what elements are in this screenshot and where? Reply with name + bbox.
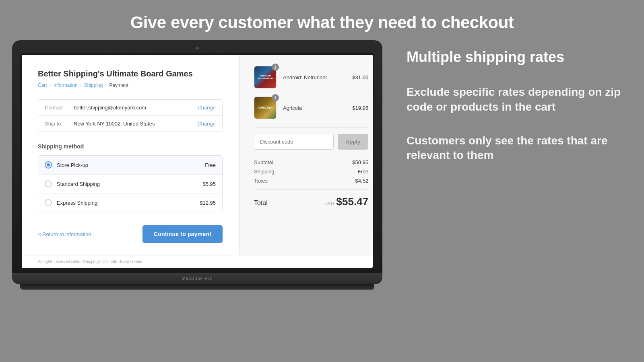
- product-price-0: $31.00: [352, 74, 368, 80]
- taxes-row: Taxes $4.52: [254, 178, 368, 184]
- customer-info-table: Contact better.shipping@atomyard.com Cha…: [38, 99, 223, 132]
- shipping-price-0: Free: [205, 162, 216, 168]
- radio-express-shipping: [45, 199, 52, 206]
- ship-to-value: New York NY 10002, United States: [74, 121, 197, 127]
- order-summary-panel: ANDROIDNETRUNNER 1 Android: Netrunner $3…: [239, 55, 373, 255]
- contact-row: Contact better.shipping@atomyard.com Cha…: [38, 100, 222, 115]
- feature-heading-3: Customers only see the rates that are re…: [407, 134, 632, 163]
- return-to-information-link[interactable]: < Return to information: [38, 231, 91, 237]
- total-label: Total: [254, 200, 268, 207]
- contact-value: better.shipping@atomyard.com: [74, 105, 197, 111]
- subtotal-label: Subtotal: [254, 159, 273, 165]
- product-item-1: AGRICOLA 1 Agricola $19.95: [254, 97, 368, 119]
- breadcrumb: Cart › Information › Shipping › Payment: [38, 82, 223, 88]
- product-thumb-wrap-0: ANDROIDNETRUNNER 1: [254, 66, 277, 88]
- laptop-model-label: MacBook Pro: [182, 276, 213, 281]
- checkout-footer: < Return to information Continue to paym…: [38, 225, 223, 243]
- feature-heading-1: Multiple shipping rates: [407, 48, 632, 66]
- ship-to-label: Ship to: [45, 121, 74, 127]
- totals-section: Subtotal $50.95 Shipping Free Taxes $4.5…: [254, 159, 368, 208]
- divider-1: [254, 127, 368, 128]
- shipping-name-2: Express Shipping: [57, 200, 200, 206]
- laptop-base: MacBook Pro: [12, 273, 382, 284]
- product-thumb-wrap-1: AGRICOLA 1: [254, 97, 277, 119]
- breadcrumb-payment: Payment: [109, 82, 128, 88]
- taxes-value: $4.52: [355, 178, 369, 184]
- discount-row: Apply: [254, 134, 368, 150]
- checkout-left-panel: Better Shipping's Ultimate Board Games C…: [22, 55, 239, 255]
- product-item-0: ANDROIDNETRUNNER 1 Android: Netrunner $3…: [254, 66, 368, 88]
- shipping-row: Shipping Free: [254, 169, 368, 175]
- subtotal-row: Subtotal $50.95: [254, 159, 368, 165]
- shipping-method-title: Shipping method: [38, 143, 223, 150]
- radio-store-pickup: [45, 161, 52, 169]
- ship-to-change-button[interactable]: Change: [197, 121, 216, 127]
- laptop-mockup: Better Shipping's Ultimate Board Games C…: [12, 40, 382, 290]
- feature-heading-2: Exclude specific rates depending on zip …: [407, 85, 632, 114]
- shipping-name-1: Standard Shipping: [57, 181, 202, 187]
- total-currency: USD: [324, 201, 334, 206]
- continue-to-payment-button[interactable]: Continue to payment: [142, 225, 223, 243]
- shipping-option-0[interactable]: Store Pick-up Free: [38, 156, 222, 174]
- contact-change-button[interactable]: Change: [197, 105, 216, 111]
- shipping-name-0: Store Pick-up: [57, 162, 205, 168]
- radio-inner-store-pickup: [47, 163, 50, 167]
- product-badge-0: 1: [272, 64, 279, 71]
- store-name: Better Shipping's Ultimate Board Games: [38, 69, 223, 78]
- shipping-option-2[interactable]: Express Shipping $12.95: [38, 193, 222, 212]
- subtotal-value: $50.95: [352, 159, 368, 165]
- breadcrumb-sep-2: ›: [80, 82, 82, 88]
- shipping-option-1[interactable]: Standard Shipping $5.95: [38, 174, 222, 193]
- discount-code-input[interactable]: [254, 134, 334, 150]
- page-headline: Give every customer what they need to ch…: [0, 0, 644, 40]
- store-footer: All rights reserved Better Shipping's Ul…: [22, 255, 373, 268]
- breadcrumb-sep-3: ›: [105, 82, 107, 88]
- total-row: Total USD $55.47: [254, 189, 368, 208]
- product-price-1: $19.95: [352, 105, 368, 111]
- total-amount: $55.47: [336, 195, 369, 208]
- total-amount-wrap: USD $55.47: [324, 195, 368, 208]
- shipping-value: Free: [357, 169, 368, 175]
- breadcrumb-sep-1: ›: [50, 82, 51, 88]
- product-name-1: Agricola: [283, 105, 346, 111]
- laptop-camera: [196, 47, 199, 50]
- shipping-options: Store Pick-up Free Standard Shipping $5.…: [38, 155, 223, 212]
- apply-discount-button[interactable]: Apply: [338, 134, 368, 150]
- shipping-price-1: $5.95: [202, 181, 216, 187]
- breadcrumb-cart[interactable]: Cart: [38, 82, 47, 88]
- product-name-0: Android: Netrunner: [283, 74, 346, 80]
- product-badge-1: 1: [272, 94, 279, 101]
- ship-to-row: Ship to New York NY 10002, United States…: [38, 115, 222, 132]
- contact-label: Contact: [45, 105, 74, 111]
- shipping-label: Shipping: [254, 169, 275, 175]
- shipping-price-2: $12.95: [200, 200, 216, 206]
- taxes-label: Taxes: [254, 178, 268, 184]
- radio-standard-shipping: [45, 180, 52, 187]
- breadcrumb-shipping[interactable]: Shipping: [84, 82, 103, 88]
- breadcrumb-information[interactable]: Information: [54, 82, 78, 88]
- features-panel: Multiple shipping rates Exclude specific…: [398, 40, 632, 182]
- laptop-bottom-edge: [20, 284, 374, 290]
